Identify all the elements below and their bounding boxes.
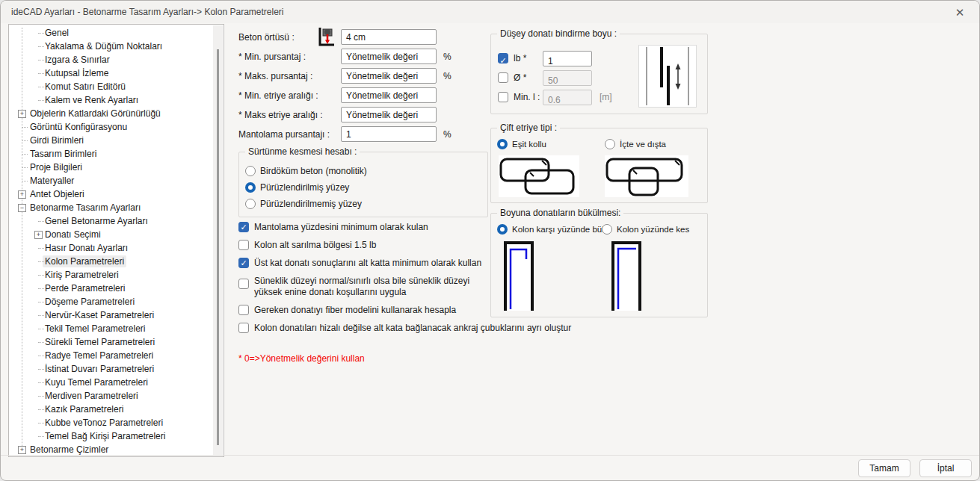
radio-selected-icon[interactable]	[497, 224, 508, 235]
checkbox-unchecked-icon[interactable]	[498, 92, 508, 102]
collapse-minus-icon[interactable]: −	[18, 204, 26, 212]
radio-unselected-icon[interactable]	[605, 139, 615, 149]
settings-tree: GenelYakalama & Düğüm NoktalarıIzgara & …	[8, 24, 224, 457]
tree-item[interactable]: Izgara & Sınırlar	[9, 53, 224, 66]
tree-item-label: Kutupsal İzleme	[45, 68, 108, 78]
tree-item[interactable]: Kutupsal İzleme	[9, 66, 224, 80]
tree-item[interactable]: Kalem ve Renk Ayarları	[9, 93, 224, 107]
checkbox-checked-icon[interactable]	[238, 258, 249, 268]
tree-item[interactable]: +Antet Objeleri	[9, 187, 224, 201]
tree-item[interactable]: −Betonarme Tasarım Ayarları	[9, 201, 224, 214]
checkbox-unchecked-icon[interactable]	[238, 305, 249, 315]
form-field-unit: %	[443, 71, 452, 81]
checkbox-unchecked-icon[interactable]	[238, 279, 249, 289]
form-field-input[interactable]: Yönetmelik değeri	[341, 68, 437, 84]
tree-item[interactable]: Yakalama & Düğüm Noktaları	[9, 40, 224, 53]
tree-item[interactable]: Materyaller	[9, 174, 224, 187]
tree-item[interactable]: +Objelerin Katlardaki Görünürlüğü	[9, 107, 224, 120]
checkbox-checked-icon[interactable]	[498, 53, 508, 63]
tree-item[interactable]: Merdiven Parametreleri	[9, 389, 224, 403]
form-field-row: * Maks etriye aralığı :Yönetmelik değeri	[238, 107, 490, 122]
checkbox-label: Kolon alt sarılma bölgesi 1.5 lb	[254, 240, 376, 250]
lap-row-input[interactable]: 50	[543, 70, 592, 86]
lap-row-input[interactable]: 0.6	[543, 90, 592, 105]
expand-plus-icon[interactable]: +	[18, 110, 26, 118]
expand-plus-icon[interactable]: +	[18, 446, 26, 454]
concrete-cover-icon	[318, 27, 336, 47]
tree-item[interactable]: Proje Bilgileri	[9, 161, 224, 174]
radio-unselected-icon[interactable]	[245, 199, 256, 209]
checkbox-label: Üst kat donatı sonuçlarını alt katta min…	[254, 258, 481, 268]
radio-option-esit-kollu[interactable]: Eşit kollu	[497, 136, 546, 152]
form-field-input[interactable]: 4 cm	[341, 29, 437, 45]
tree-item[interactable]: Radye Temel Parametreleri	[9, 349, 224, 362]
tree-item-label: Betonarme Tasarım Ayarları	[30, 202, 141, 213]
friction-radio-option[interactable]: Pürüzlendirilmiş yüzey	[245, 179, 367, 196]
tree-item[interactable]: Görüntü Konfigürasyonu	[9, 120, 224, 134]
option-checkbox[interactable]: Süneklik düzeyi normal/sınırlı olsa bile…	[238, 276, 496, 298]
friction-radio-option[interactable]: Pürüzlendirilmemiş yüzey	[245, 196, 367, 212]
tree-scrollbar-thumb[interactable]	[217, 49, 219, 445]
close-icon[interactable]: ✕	[952, 5, 967, 20]
form-field-input[interactable]: Yönetmelik değeri	[341, 87, 437, 103]
option-checkbox[interactable]: Kolon donatıları hizalı değilse alt kata…	[238, 323, 777, 334]
expand-plus-icon[interactable]: +	[34, 231, 43, 239]
cancel-button[interactable]: İptal	[919, 459, 972, 477]
ok-button[interactable]: Tamam	[858, 459, 910, 477]
tree-item-label: Antet Objeleri	[30, 189, 84, 199]
radio-unselected-icon[interactable]	[245, 166, 256, 176]
radio-unselected-icon[interactable]	[602, 224, 612, 235]
lap-length-group: Düşey donatı bindirme boyu : lb *1Ø *50M…	[490, 34, 708, 114]
friction-shear-group: Sürtünme kesmesi hesabı : Birdöküm beton…	[238, 152, 488, 217]
radio-selected-icon[interactable]	[497, 139, 508, 149]
lap-splice-drawing	[639, 46, 696, 107]
tree-item[interactable]: Tasarım Birimleri	[9, 147, 224, 161]
radio-option-cut-at-face[interactable]: Kolon yüzünde kes	[602, 221, 689, 238]
tree-item[interactable]: Nervür-Kaset Parametreleri	[9, 308, 224, 322]
form-field-label: Mantolama pursantajı :	[238, 129, 330, 140]
tree-item[interactable]: Döşeme Parametreleri	[9, 295, 224, 308]
tree-item[interactable]: Perde Parametreleri	[9, 282, 224, 295]
tree-item[interactable]: Kazık Parametreleri	[9, 403, 224, 416]
lap-length-row: Min. l :0.6[m]	[498, 90, 625, 105]
tree-item[interactable]: Hasır Donatı Ayarları	[9, 241, 224, 255]
radio-selected-icon[interactable]	[245, 182, 256, 193]
tree-item[interactable]: Tekil Temel Parametreleri	[9, 322, 224, 335]
lap-row-input[interactable]: 1	[543, 51, 592, 66]
tree-item[interactable]: Genel	[9, 26, 224, 40]
form-field-input[interactable]: 1	[341, 126, 437, 142]
checkbox-unchecked-icon[interactable]	[238, 323, 249, 333]
tree-item-label: Yakalama & Düğüm Noktaları	[45, 41, 162, 52]
tree-item[interactable]: Temel Bağ Kirişi Parametreleri	[9, 429, 224, 443]
longitudinal-bend-group: Boyuna donatıların bükülmesi: Kolon karş…	[490, 213, 708, 317]
checkbox-checked-icon[interactable]	[238, 222, 249, 232]
tree-item-label: Kazık Parametreleri	[45, 404, 123, 415]
tree-item[interactable]: Sürekli Temel Parametreleri	[9, 335, 224, 349]
tree-item[interactable]: +Donatı Seçimi	[9, 228, 224, 241]
tree-scrollbar[interactable]	[213, 25, 223, 456]
friction-radio-option[interactable]: Birdöküm beton (monolitik)	[245, 163, 367, 179]
checkbox-unchecked-icon[interactable]	[498, 72, 508, 83]
radio-option-icte-ve-dista[interactable]: İçte ve dışta	[605, 136, 666, 152]
stirrup-inside-outside-drawing	[605, 155, 688, 197]
form-field-input[interactable]: Yönetmelik değeri	[341, 49, 437, 64]
radio-label: Kolon karşı yüzünde bük	[512, 225, 606, 234]
tree-item[interactable]: Komut Satırı Editörü	[9, 80, 224, 93]
tree-item[interactable]: İstinat Duvarı Parametreleri	[9, 362, 224, 376]
tree-item-label: Temel Bağ Kirişi Parametreleri	[45, 431, 165, 441]
lap-row-label: Min. l :	[514, 92, 540, 102]
tree-item-label: Betonarme Çizimler	[30, 444, 108, 455]
form-field-input[interactable]: Yönetmelik değeri	[341, 107, 437, 122]
tree-item[interactable]: Kubbe veTonoz Parametreleri	[9, 416, 224, 429]
radio-option-bend-opposite-face[interactable]: Kolon karşı yüzünde bük	[497, 221, 606, 238]
tree-item[interactable]: Girdi Birimleri	[9, 134, 224, 147]
checkbox-label: Süneklik düzeyi normal/sınırlı olsa bile…	[254, 276, 469, 297]
tree-item[interactable]: Kuyu Temel Parametreleri	[9, 376, 224, 389]
double-stirrup-group-title: Çift etriye tipi :	[497, 122, 560, 133]
checkbox-unchecked-icon[interactable]	[238, 240, 249, 250]
tree-item[interactable]: Kiriş Parametreleri	[9, 268, 224, 282]
expand-plus-icon[interactable]: +	[18, 190, 26, 199]
tree-item[interactable]: Genel Betonarme Ayarları	[9, 214, 224, 228]
form-field-row: Mantolama pursantajı :1%	[238, 126, 490, 142]
tree-item[interactable]: Kolon Parametreleri	[9, 255, 224, 268]
